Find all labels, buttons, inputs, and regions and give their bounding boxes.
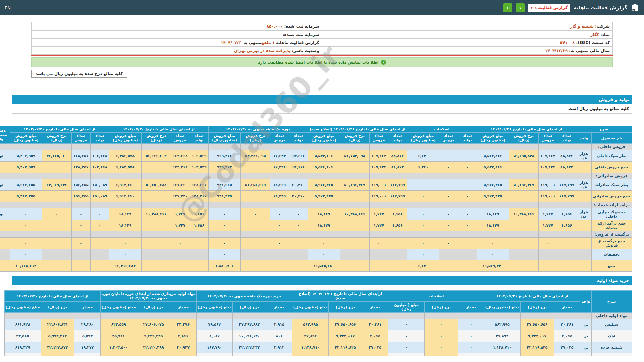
- header-cell: مبلغ (میلیون ریال): [292, 302, 328, 313]
- cell: ۰: [270, 238, 289, 249]
- cell: [42, 249, 71, 260]
- cell: [190, 260, 208, 272]
- cell: ۱۸,۳۲۹: [270, 191, 289, 202]
- cell: [439, 260, 458, 272]
- cell: [208, 202, 240, 208]
- header-cell: تعداد فروش: [270, 133, 289, 144]
- clipboard-check-icon: [631, 3, 639, 12]
- cell: ۱۹,۲۷۷: [74, 342, 100, 353]
- cell: ۵,۳۱۷,۲۵۵: [10, 179, 42, 191]
- cell: [10, 144, 42, 150]
- cell: [190, 144, 208, 150]
- table-row: آهکتن۴,۰۶۵۹,۳۲۲,۰۱۷۳۷,۸۹۴۰۰۰۴,۰۶۵۹,۳۲۲,۰…: [4, 330, 632, 342]
- cell: ۰: [388, 342, 424, 353]
- cell: ۷۹,۵۶۴: [196, 319, 232, 330]
- cell: ۱۸,۱۴۹: [109, 220, 141, 231]
- header-cell: تعداد فروش: [539, 133, 557, 144]
- cell: [270, 249, 289, 260]
- cell: ۰: [458, 179, 477, 191]
- signature-match-text: اطلاعات نمایش داده شده با اطلاعات امضا ش…: [258, 60, 379, 65]
- cell: ۰: [171, 238, 190, 249]
- info-cell: سال مالی منتهی به: ۱۴۰۴/۱۲/۲۹: [322, 47, 613, 55]
- cell: ۲۷,۰۳۵: [554, 342, 580, 353]
- cell: ۱۴,۶۶۶: [289, 162, 308, 173]
- cell: ۱۳۷,۳۳۰: [171, 191, 190, 202]
- cell: ۱,۱۳۸,۷۱۰: [484, 342, 520, 353]
- section-label-cell: فروش صادراتی:: [592, 173, 632, 179]
- cell: [141, 231, 171, 238]
- cell: ۰: [424, 319, 458, 330]
- cell: ۱۷,۲۴۴: [270, 162, 289, 173]
- cell: [141, 249, 171, 260]
- table-row: جمع برگشت از فروش۰۰۰۰۰۰۰۰۰۰۰۰: [0, 238, 632, 249]
- cell: [42, 162, 71, 173]
- cell: ۶,۹۱۴,۶۶۰: [109, 179, 141, 191]
- table-row: جمع فروش صادراتی۱۱۷,۷۹۷۱۱۹,۰۰۱۵,۹۷۳,۴۲۵۰…: [0, 191, 632, 202]
- cell: ۱۰۷,۱۲۴: [369, 162, 388, 173]
- header-cell: وضعیت محصول-واحد: [0, 126, 10, 144]
- cell: ۲۷,۶۵۰,۶۵۶: [328, 319, 362, 330]
- cell: [539, 231, 557, 238]
- cell: [388, 144, 407, 150]
- cell: [137, 313, 170, 319]
- report-type-dropdown[interactable]: گزارش فعالیت د ▾: [528, 4, 570, 12]
- cell: ۵,۹۷۳,۴۲۵: [308, 191, 340, 202]
- header-cell: مبلغ فروش (میلیون ریال): [477, 133, 509, 144]
- signature-match-banner: i اطلاعات نمایش داده شده با اطلاعات امضا…: [31, 57, 613, 67]
- table-row: محصولات چاپی داخلیهزار عدد۱,۶۵۶۱,۷۴۷۱۰,۳…: [0, 208, 632, 220]
- cell: [509, 144, 539, 150]
- cell: ۵۶۲,۹۹۵: [484, 319, 520, 330]
- section-row: مواد اولیه داخلی: [4, 313, 632, 319]
- cell: [141, 220, 171, 231]
- cell: [539, 260, 557, 272]
- cell: [4, 353, 41, 356]
- cell: تولید: [0, 150, 10, 162]
- cell: [458, 353, 484, 356]
- language-toggle[interactable]: EN: [5, 5, 11, 10]
- cell: [477, 231, 509, 238]
- cell: ۲,۹۱۵: [266, 319, 292, 330]
- header-cell: مبلغ فروش (میلیون ریال): [208, 133, 240, 144]
- cell: [388, 260, 407, 272]
- header-cell: نرخ (ریال): [328, 302, 362, 313]
- cell: ۱۱۹,۰۰۱: [539, 179, 557, 191]
- cell: [458, 173, 477, 179]
- header-cell: مبلغ فروش (میلیون ریال): [10, 133, 42, 144]
- cell: [171, 260, 190, 272]
- next-report-button[interactable]: ›: [503, 3, 512, 12]
- cell: ۵,۹۷۳,۴۲۵: [308, 179, 340, 191]
- cell: [171, 173, 190, 179]
- cell: ۰: [10, 249, 42, 260]
- cell: [424, 313, 458, 319]
- cell: ۱۱,۵۳۵,۶۸۰: [308, 260, 340, 272]
- cell: ۰: [308, 238, 340, 249]
- cell: [308, 202, 340, 208]
- cell: ۵,۵۴۴,۱۰۶: [308, 162, 340, 173]
- table-row: جمع فروش داخلی۸۸,۸۷۳۱۰۷,۱۲۴۵,۵۳۷,۸۶۶۰۰۶,…: [0, 162, 632, 173]
- cell: [171, 231, 190, 238]
- cell: ۳۰,۹۴۷: [170, 342, 196, 353]
- cell: [100, 353, 137, 356]
- table-row: بطر سبک صادراتهزار عدد۱۱۷,۷۹۷۱۱۹,۰۰۱۵۰,۱…: [0, 179, 632, 191]
- cell: [509, 162, 539, 173]
- cell: [141, 238, 171, 249]
- header-cell: تعداد تولید: [388, 133, 407, 144]
- cell: [289, 231, 308, 238]
- previous-report-button[interactable]: ‹: [516, 3, 525, 12]
- cell: ۵,۵۳۷,۸۶۶: [477, 162, 509, 173]
- cell: ۱۱۷,۷۹۷: [388, 191, 407, 202]
- cell: ۱۱۷,۷۹۷: [388, 179, 407, 191]
- cell: ۰: [109, 238, 141, 249]
- cell: ۲۳,۲۷۶: [170, 319, 196, 330]
- cell: ۰: [407, 220, 439, 231]
- cell: [308, 231, 340, 238]
- cell: ۰: [439, 162, 458, 173]
- info-cell: شرکت: شیشه و گاز: [322, 22, 613, 31]
- cell: ۱۵۶,۲۵۵: [71, 179, 90, 191]
- table-row: جمع درآمد ارائه خدمات۱,۶۵۶۱,۷۴۷۱۸,۱۴۹۰۰۰…: [0, 220, 632, 231]
- header-group-cell: خرید دوره یک ماهه منتهی به ۱۴۰۴/۰۷/۳۰: [196, 291, 292, 302]
- cell: [407, 202, 439, 208]
- cell: [362, 313, 388, 319]
- cell: ۸,۰۸۷: [196, 330, 232, 342]
- cell: [509, 202, 539, 208]
